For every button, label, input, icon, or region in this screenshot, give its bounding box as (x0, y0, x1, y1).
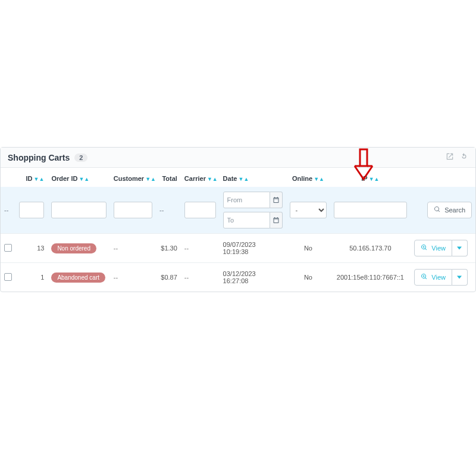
order-status-badge: Abandoned cart (51, 273, 105, 283)
filter-dash-total: -- (156, 187, 181, 234)
order-status-badge: Non ordered (51, 243, 96, 253)
panel-header: Shopping Carts 2 (1, 148, 475, 168)
row-checkbox[interactable] (4, 273, 12, 281)
calendar-to-button[interactable] (270, 212, 283, 228)
table-row[interactable]: 1 Abandoned cart -- $0.87 -- 03/12/2023 … (1, 263, 475, 292)
cell-customer: -- (110, 234, 156, 263)
export-icon[interactable] (446, 152, 454, 162)
cell-total: $0.87 (156, 263, 181, 292)
cell-ip: 2001:15e8:110:7667::1 (330, 263, 411, 292)
page-title: Shopping Carts (8, 153, 70, 162)
view-dropdown-toggle[interactable] (452, 240, 468, 256)
search-icon (434, 206, 441, 214)
search-button[interactable]: Search (427, 202, 472, 218)
filter-orderid-input[interactable] (51, 202, 106, 218)
view-button-label: View (431, 274, 446, 281)
view-dropdown-toggle[interactable] (452, 269, 468, 286)
view-button[interactable]: View (414, 240, 452, 256)
col-ip[interactable]: IP ▼▲ (330, 168, 411, 187)
filter-date-from-input[interactable] (223, 192, 270, 208)
col-online[interactable]: Online ▼▲ (286, 168, 330, 187)
view-button[interactable]: View (414, 269, 452, 286)
table-row[interactable]: 13 Non ordered -- $1.30 -- 09/07/2023 10… (1, 234, 475, 263)
filter-carrier-input[interactable] (184, 202, 216, 218)
cell-id: 1 (15, 263, 48, 292)
cell-online: No (286, 263, 330, 292)
refresh-icon[interactable] (460, 152, 468, 162)
cell-date: 09/07/2023 10:19:38 (220, 234, 287, 263)
carts-panel: Shopping Carts 2 (0, 147, 476, 292)
cell-carrier: -- (181, 263, 220, 292)
filter-ip-input[interactable] (334, 202, 408, 218)
cell-carrier: -- (181, 234, 220, 263)
search-button-label: Search (444, 206, 465, 214)
calendar-from-button[interactable] (270, 192, 283, 208)
zoom-icon (421, 244, 428, 252)
cell-id: 13 (15, 234, 48, 263)
cell-online: No (286, 234, 330, 263)
filter-dash-checkbox: -- (1, 187, 15, 234)
filter-online-select[interactable]: - (290, 202, 326, 218)
col-order-id[interactable]: Order ID ▼▲ (48, 168, 109, 187)
carts-table: ID ▼▲ Order ID ▼▲ Customer ▼▲ Total Carr… (1, 168, 475, 292)
filter-date-to-input[interactable] (223, 212, 270, 228)
col-total: Total (156, 168, 181, 187)
filter-id-input[interactable] (19, 202, 44, 218)
col-carrier[interactable]: Carrier ▼▲ (181, 168, 220, 187)
col-date[interactable]: Date ▼▲ (220, 168, 287, 187)
zoom-icon (421, 273, 428, 281)
cell-total: $1.30 (156, 234, 181, 263)
col-customer[interactable]: Customer ▼▲ (110, 168, 156, 187)
cell-customer: -- (110, 263, 156, 292)
cell-ip: 50.165.173.70 (330, 234, 411, 263)
cell-date: 03/12/2023 16:27:08 (220, 263, 287, 292)
view-button-label: View (431, 245, 446, 252)
col-id[interactable]: ID ▼▲ (15, 168, 48, 187)
filter-customer-input[interactable] (114, 202, 152, 218)
count-badge: 2 (74, 154, 87, 162)
row-checkbox[interactable] (4, 244, 12, 252)
